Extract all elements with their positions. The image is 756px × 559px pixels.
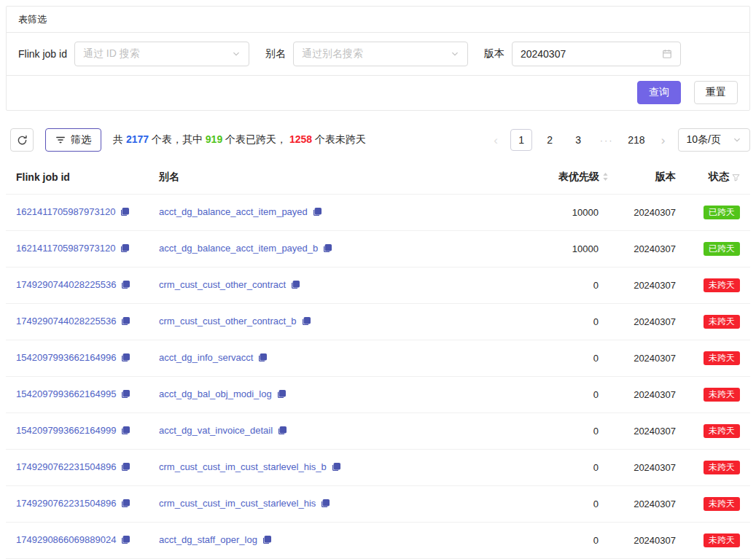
status-cell: 未跨天: [686, 267, 750, 304]
filter-button-label: 筛选: [71, 133, 91, 146]
col-header-status[interactable]: 状态: [686, 160, 750, 195]
copy-icon: [121, 353, 130, 362]
job-id-cell: 1749290866069889024: [6, 523, 149, 559]
copy-icon: [121, 426, 130, 435]
summary-text: 共 2177 个表，其中 919 个表已跨天， 1258 个表未跨天: [113, 133, 366, 146]
summary-part: 个表未跨天: [312, 133, 366, 145]
table-header-row: Flink job id 别名 表优先级 版本 状态: [6, 160, 750, 195]
alias-link[interactable]: acct_dg_bal_obj_modi_log: [159, 388, 272, 399]
summary-part: 个表已跨天，: [222, 133, 289, 145]
table-row: 1542097993662164999 acct_dg_vat_invoice_…: [6, 413, 750, 450]
copy-alias-button[interactable]: [321, 499, 330, 510]
alias-link[interactable]: crm_cust_cust_im_cust_starlevel_his: [159, 498, 316, 509]
pagination-page-218[interactable]: 218: [624, 129, 648, 151]
job-id-link[interactable]: 1749290744028225536: [16, 316, 116, 327]
flink-job-id-select[interactable]: 通过 ID 搜索: [74, 42, 249, 66]
priority-cell: 0: [537, 304, 619, 340]
job-id-cell: 1542097993662164995: [6, 377, 149, 413]
copy-job-id-button[interactable]: [121, 389, 130, 401]
copy-job-id-button[interactable]: [121, 426, 130, 437]
copy-job-id-button[interactable]: [121, 353, 130, 364]
job-id-link[interactable]: 1542097993662164999: [16, 425, 116, 436]
pagination-page-2[interactable]: 2: [539, 129, 561, 151]
col-header-version-label: 版本: [655, 171, 676, 182]
alias-select[interactable]: 通过别名搜索: [293, 42, 468, 66]
priority-cell: 0: [537, 523, 619, 559]
job-id-link[interactable]: 1749290744028225536: [16, 279, 116, 290]
alias-cell: crm_cust_cust_other_contract: [149, 267, 537, 304]
pagination-ellipsis[interactable]: ···: [596, 129, 617, 151]
version-cell: 20240307: [619, 304, 686, 340]
alias-cell: acct_dg_staff_oper_log: [149, 523, 537, 559]
job-id-link[interactable]: 1749290762231504896: [16, 461, 116, 472]
copy-job-id-button[interactable]: [121, 499, 130, 510]
summary-part: 共: [113, 133, 126, 145]
pagination-page-1[interactable]: 1: [510, 129, 532, 151]
copy-job-id-button[interactable]: [120, 207, 130, 219]
query-button[interactable]: 查询: [637, 81, 681, 104]
copy-alias-button[interactable]: [323, 243, 332, 255]
pagination-next-icon[interactable]: ›: [655, 134, 671, 146]
copy-alias-button[interactable]: [313, 207, 322, 219]
copy-icon: [121, 499, 130, 508]
status-badge: 未跨天: [704, 388, 740, 402]
table-row: 1749290762231504896 crm_cust_cust_im_cus…: [6, 450, 750, 486]
job-id-link[interactable]: 1621411705987973120: [16, 243, 115, 254]
copy-alias-button[interactable]: [277, 389, 287, 401]
status-cell: 已跨天: [686, 231, 750, 267]
funnel-filter-icon[interactable]: [732, 173, 740, 181]
sort-icon[interactable]: [602, 172, 609, 181]
copy-job-id-button[interactable]: [121, 280, 130, 292]
pagination-prev-icon[interactable]: ‹: [488, 134, 504, 146]
alias-link[interactable]: crm_cust_cust_other_contract: [159, 279, 286, 290]
alias-link[interactable]: acct_dg_staff_oper_log: [159, 534, 257, 545]
copy-icon: [321, 499, 330, 508]
version-cell: 20240307: [619, 195, 686, 231]
alias-cell: crm_cust_cust_other_contract_b: [149, 304, 537, 340]
job-id-link[interactable]: 1542097993662164996: [16, 352, 116, 363]
top-pagination: ‹123···218›10条/页: [488, 128, 750, 152]
alias-cell: acct_dg_vat_invoice_detail: [149, 413, 537, 450]
version-label: 版本: [484, 47, 504, 60]
job-id-link[interactable]: 1749290866069889024: [16, 534, 116, 545]
alias-link[interactable]: crm_cust_cust_im_cust_starlevel_his_b: [159, 461, 327, 472]
chevron-down-icon: [733, 136, 741, 144]
alias-link[interactable]: acct_dg_balance_acct_item_payed: [159, 206, 308, 217]
copy-job-id-button[interactable]: [120, 243, 130, 255]
tables-table: Flink job id 别名 表优先级 版本 状态 1621411705987…: [6, 160, 750, 559]
alias-link[interactable]: acct_dg_balance_acct_item_payed_b: [159, 243, 318, 254]
copy-alias-button[interactable]: [258, 353, 268, 364]
refresh-button[interactable]: [10, 128, 34, 152]
alias-link[interactable]: crm_cust_cust_other_contract_b: [159, 316, 297, 327]
filter-button[interactable]: 筛选: [45, 128, 101, 152]
copy-icon: [121, 316, 130, 326]
alias-link[interactable]: acct_dg_vat_invoice_detail: [159, 425, 273, 436]
filter-panel-title: 表筛选: [7, 7, 749, 33]
copy-alias-button[interactable]: [278, 426, 287, 437]
copy-job-id-button[interactable]: [121, 462, 130, 474]
job-id-link[interactable]: 1749290762231504896: [16, 498, 116, 509]
pagination-page-3[interactable]: 3: [567, 129, 589, 151]
copy-job-id-button[interactable]: [121, 316, 130, 328]
reset-button[interactable]: 重置: [694, 81, 738, 104]
job-id-cell: 1749290744028225536: [6, 267, 149, 304]
job-id-link[interactable]: 1621411705987973120: [16, 206, 115, 217]
status-badge: 未跨天: [704, 351, 740, 365]
status-badge: 已跨天: [704, 206, 740, 219]
copy-alias-button[interactable]: [302, 316, 311, 328]
alias-placeholder: 通过别名搜索: [302, 47, 363, 60]
copy-alias-button[interactable]: [262, 535, 272, 547]
status-badge: 未跨天: [704, 278, 740, 292]
copy-job-id-button[interactable]: [121, 535, 130, 547]
version-date-input[interactable]: 20240307: [512, 42, 681, 66]
copy-alias-button[interactable]: [291, 280, 300, 292]
copy-icon: [262, 535, 272, 544]
job-id-link[interactable]: 1542097993662164995: [16, 388, 116, 399]
status-cell: 未跨天: [686, 304, 750, 340]
status-badge: 未跨天: [704, 533, 740, 547]
page-size-select[interactable]: 10条/页: [678, 128, 750, 152]
filter-panel-body: Flink job id 通过 ID 搜索 别名 通过别名搜索 版本 20240…: [7, 33, 749, 75]
col-header-priority[interactable]: 表优先级: [537, 160, 619, 195]
alias-link[interactable]: acct_dg_info_servacct: [159, 352, 253, 363]
copy-alias-button[interactable]: [332, 462, 341, 474]
